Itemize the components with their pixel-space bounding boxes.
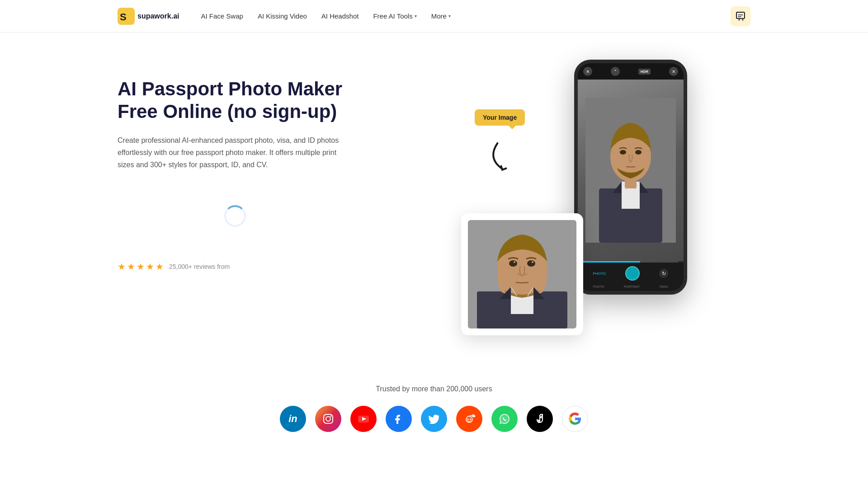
google-icon[interactable]: [562, 406, 588, 432]
curved-arrow-icon: [477, 131, 526, 184]
star-half: ★: [156, 261, 164, 272]
twitter-svg: [428, 413, 440, 425]
tiktok-svg: [533, 413, 546, 425]
whatsapp-icon[interactable]: [491, 406, 518, 432]
phone-tabs-row: PHOTO PORTRAIT PANO: [578, 284, 684, 291]
svg-point-11: [635, 150, 642, 155]
reddit-icon[interactable]: [456, 406, 482, 432]
your-image-bubble: Your Image: [475, 109, 525, 126]
logo[interactable]: S supawork.ai: [118, 8, 179, 25]
phone-screen: ✕ ⌃ HDR ✕: [578, 63, 684, 291]
svg-point-17: [509, 260, 517, 267]
right-section: Your Image ✕ ⌃ HDR ✕: [389, 60, 750, 340]
svg-text:S: S: [120, 11, 127, 23]
hdr-badge: HDR: [638, 69, 651, 75]
tab-pano-label: PANO: [660, 285, 668, 288]
phone-image-area: [578, 80, 684, 261]
svg-point-21: [517, 273, 521, 276]
nav-free-tools[interactable]: Free AI Tools ▾: [373, 12, 416, 20]
star-2: ★: [127, 261, 135, 272]
phone-tab-photo: PHOTO: [593, 272, 606, 276]
svg-rect-2: [736, 12, 745, 19]
svg-point-35: [500, 414, 509, 424]
instagram-icon[interactable]: [315, 406, 341, 432]
cart-icon: [735, 11, 746, 22]
tab-portrait-label: PORTRAIT: [624, 285, 640, 288]
tab-photo-label: PHOTO: [593, 285, 604, 288]
man-portrait-phone: [585, 98, 676, 243]
logo-icon: S: [118, 8, 135, 25]
svg-point-34: [472, 414, 475, 417]
linkedin-icon[interactable]: in: [280, 406, 306, 432]
svg-point-32: [467, 419, 469, 420]
nav-face-swap[interactable]: AI Face Swap: [201, 12, 243, 20]
loading-spinner: [224, 205, 246, 227]
arrow-svg: [480, 131, 526, 178]
nav-kissing-video[interactable]: AI Kissing Video: [258, 12, 307, 20]
phone-toggle-btn: ⌃: [611, 67, 620, 76]
chevron-down-icon: ▾: [415, 14, 417, 19]
phone-settings-btn: ✕: [669, 67, 678, 76]
hero-image-container: Your Image ✕ ⌃ HDR ✕: [452, 60, 687, 340]
star-3: ★: [137, 261, 145, 272]
google-svg: [569, 413, 581, 425]
nav-links: AI Face Swap AI Kissing Video AI Headsho…: [201, 12, 731, 20]
svg-point-20: [532, 261, 533, 263]
reviews-count: 25,000+ reviews from: [169, 263, 230, 270]
left-section: AI Passport Photo Maker Free Online (no …: [118, 60, 353, 272]
chevron-down-icon: ▾: [448, 14, 451, 19]
facebook-icon[interactable]: [386, 406, 412, 432]
svg-point-19: [514, 261, 515, 263]
instagram-svg: [322, 413, 335, 425]
twitter-icon[interactable]: [421, 406, 447, 432]
svg-point-24: [326, 417, 330, 421]
page-description: Create professional AI-enhanced passport…: [118, 134, 353, 171]
cart-button[interactable]: [731, 6, 750, 26]
social-icons-row: in: [118, 406, 750, 432]
result-card: [461, 213, 583, 335]
whatsapp-svg: [498, 413, 511, 425]
youtube-icon[interactable]: [350, 406, 377, 432]
svg-point-22: [523, 273, 528, 276]
trusted-section: Trusted by more than 200,000 users in: [0, 367, 868, 459]
svg-point-25: [330, 416, 332, 417]
loading-area: [118, 189, 353, 243]
phone-mockup: ✕ ⌃ HDR ✕: [574, 60, 687, 295]
stars-rating: ★ ★ ★ ★ ★: [118, 261, 164, 272]
star-1: ★: [118, 261, 126, 272]
tiktok-icon[interactable]: [527, 406, 553, 432]
facebook-svg: [392, 413, 405, 425]
navbar: S supawork.ai AI Face Swap AI Kissing Vi…: [0, 0, 868, 33]
phone-shutter-button[interactable]: [625, 266, 640, 281]
phone-bottom-bar: PHOTO ↻: [578, 263, 684, 284]
logo-text: supawork.ai: [137, 12, 179, 20]
nav-headshot[interactable]: AI Headshot: [321, 12, 359, 20]
phone-close-btn: ✕: [583, 67, 592, 76]
svg-point-4: [742, 19, 744, 20]
star-4: ★: [146, 261, 154, 272]
phone-top-bar: ✕ ⌃ HDR ✕: [578, 63, 684, 80]
trusted-text: Trusted by more than 200,000 users: [118, 385, 750, 393]
page-title: AI Passport Photo Maker Free Online (no …: [118, 78, 353, 123]
result-portrait: [468, 220, 576, 328]
nav-more[interactable]: More ▾: [431, 12, 451, 20]
navbar-right: [731, 6, 750, 26]
svg-point-18: [527, 260, 535, 267]
svg-point-33: [470, 419, 472, 420]
svg-point-10: [620, 150, 626, 155]
phone-rotate-button[interactable]: ↻: [659, 269, 668, 278]
main-content: AI Passport Photo Maker Free Online (no …: [0, 33, 868, 367]
svg-point-3: [739, 19, 740, 20]
reviews-row: ★ ★ ★ ★ ★ 25,000+ reviews from: [118, 261, 353, 272]
reddit-svg: [463, 413, 476, 425]
youtube-svg: [357, 413, 370, 425]
